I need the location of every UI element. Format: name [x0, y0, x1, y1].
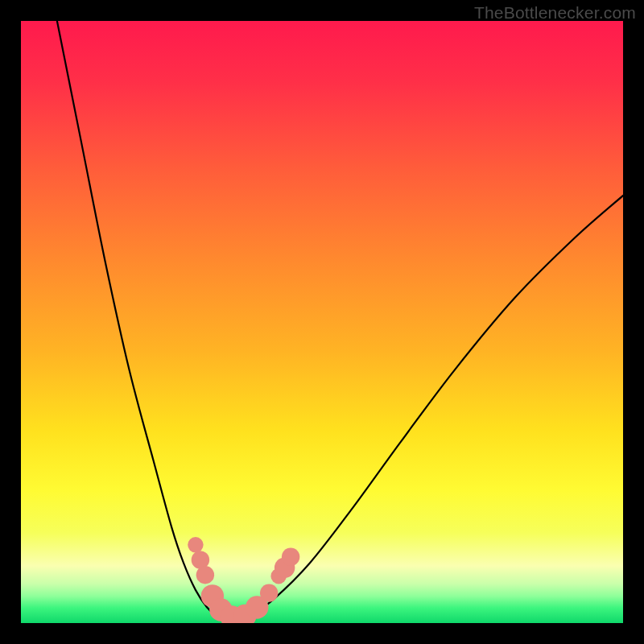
highlight-marker — [188, 537, 203, 552]
watermark-label: TheBottlenecker.com — [474, 3, 636, 23]
heatmap-background — [21, 21, 623, 623]
highlight-marker — [196, 566, 214, 584]
highlight-marker — [282, 548, 299, 566]
chart-svg — [21, 21, 623, 623]
plot-area — [21, 21, 623, 623]
chart-frame: TheBottlenecker.com — [0, 0, 644, 644]
highlight-marker — [260, 584, 278, 601]
